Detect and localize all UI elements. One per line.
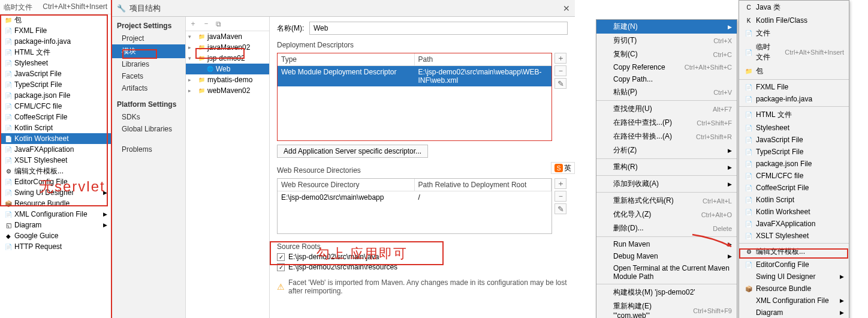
edit-button[interactable]: ✎ [554,78,566,89]
name-input[interactable] [309,22,568,35]
fold-icon[interactable]: ▾ [188,55,191,61]
close-icon[interactable]: ✕ [563,4,570,13]
menu-item[interactable]: 📄JavaScript File [739,134,849,146]
menu-item[interactable]: 📄CFML/CFC file [739,170,849,182]
module-tree-item[interactable]: ▸📁webMaven02 [186,85,269,96]
menu-item[interactable]: 📄Kotlin Script [739,194,849,206]
menu-item[interactable]: 📄Kotlin Worksheet [739,206,849,218]
file-template-item[interactable]: 📄TypeScript File [0,79,111,90]
menu-item[interactable]: 添加到收藏(A)▶ [596,177,737,191]
menu-item[interactable]: ⚙编辑文件模板... [739,245,849,259]
file-template-item[interactable]: ◆Google Guice [0,230,111,241]
menu-item[interactable]: 📁包 [739,64,849,78]
file-template-item[interactable]: ◱Diagram▶ [0,220,111,230]
file-template-item[interactable]: 📄Stylesheet [0,58,111,68]
file-template-item[interactable]: 📄Kotlin Worksheet [0,133,111,144]
menu-item[interactable]: 剪切(T)Ctrl+X [596,34,737,47]
add-button[interactable]: ＋ [554,178,566,189]
menu-item[interactable]: Run Maven▶ [596,238,737,250]
menu-item[interactable]: Diagram▶ [739,307,849,318]
menu-item[interactable]: 新建(N)▶ [596,20,737,34]
file-template-item[interactable]: 📄package-info.java [0,36,111,47]
file-template-item[interactable]: 📄HTML 文件 [0,47,111,58]
menu-item[interactable]: Open Terminal at the Current Maven Modul… [596,262,737,283]
sidebar-item-facets[interactable]: Facets [112,70,185,82]
checkbox-icon[interactable]: ✓ [277,263,285,271]
menu-item[interactable]: 📄XSLT Stylesheet [739,230,849,242]
menu-item[interactable]: 重新构建(E) '"com.web"'Ctrl+Shift+F9 [596,299,737,318]
menu-item[interactable]: 在路径中查找...(P)Ctrl+Shift+F [596,116,737,130]
sidebar-item-project[interactable]: Project [112,32,185,44]
menu-item[interactable]: 查找使用(U)Alt+F7 [596,102,737,116]
module-tree-item[interactable]: ▸📁javaMaven02 [186,42,269,53]
file-template-item[interactable]: 📄XML Configuration File▶ [0,209,111,220]
menu-item[interactable]: 📄TypeScript File [739,146,849,158]
table-row[interactable]: E:\jsp-demo02\src\main\webapp / [278,191,551,203]
menu-item[interactable]: 重新格式化代码(R)Ctrl+Alt+L [596,194,737,208]
menu-item[interactable]: CJava 类 [739,1,849,14]
scratch-file-header[interactable]: 临时文件 Ctrl+Alt+Shift+Insert [0,0,111,14]
remove-button[interactable]: － [554,65,566,76]
package-item[interactable]: 📁 包 [0,14,111,25]
edit-button[interactable]: ✎ [554,203,566,214]
menu-item[interactable]: 分析(Z)▶ [596,143,737,157]
file-template-item[interactable]: 📄FXML File [0,25,111,36]
menu-item[interactable]: 重构(R)▶ [596,160,737,174]
fold-icon[interactable]: ▸ [188,77,191,83]
module-tree-item[interactable]: ▾📁jsp-demo02 [186,53,269,64]
copy-icon[interactable]: ⧉ [216,20,221,28]
sidebar-item-artifacts[interactable]: Artifacts [112,82,185,94]
file-template-item[interactable]: 📄CFML/CFC file [0,101,111,112]
menu-item[interactable]: 构建模块(M) 'jsp-demo02' [596,286,737,299]
remove-icon[interactable]: － [203,19,210,29]
menu-item[interactable]: 删除(D)...Delete [596,221,737,235]
file-template-item[interactable]: 📄XSLT Stylesheet [0,155,111,166]
fold-icon[interactable]: ▸ [188,88,191,94]
menu-item[interactable]: 在路径中替换...(A)Ctrl+Shift+R [596,130,737,143]
remove-button[interactable]: － [554,191,566,202]
module-tree-item[interactable]: ▾📁javaMaven [186,31,269,42]
sidebar-item-libraries[interactable]: Libraries [112,58,185,70]
sidebar-problems[interactable]: Problems [112,143,185,155]
file-template-item[interactable]: 📄CoffeeScript File [0,112,111,122]
menu-item[interactable]: KKotlin File/Class [739,14,849,26]
menu-item[interactable]: XML Configuration File▶ [739,295,849,307]
source-root-item[interactable]: ✓ E:\jsp-demo02\src\main\java [277,253,568,261]
file-template-item[interactable]: 📄Swing UI Designer▶ [0,187,111,198]
sidebar-item-global-libraries[interactable]: Global Libraries [112,123,185,135]
menu-item[interactable]: 📄EditorConfig File [739,259,849,271]
file-template-item[interactable]: 📄EditorConfig File [0,176,111,187]
menu-item[interactable]: Swing UI Designer▶ [739,271,849,283]
menu-item[interactable]: 📄CoffeeScript File [739,182,849,194]
file-template-item[interactable]: 📦Resource Bundle [0,198,111,209]
file-template-item[interactable]: 📄HTTP Request [0,241,111,252]
menu-item[interactable]: 优化导入(Z)Ctrl+Alt+O [596,208,737,221]
menu-item[interactable]: 📄文件 [739,26,849,40]
file-template-item[interactable]: ⚙编辑文件模板... [0,166,111,176]
table-row[interactable]: Web Module Deployment Descriptor E:\jsp-… [278,66,551,86]
fold-icon[interactable]: ▸ [188,44,191,50]
sidebar-item-sdks[interactable]: SDKs [112,111,185,123]
menu-item[interactable]: 📄FXML File [739,81,849,93]
file-template-item[interactable]: 📄JavaScript File [0,68,111,79]
add-button[interactable]: ＋ [554,53,566,64]
source-root-item[interactable]: ✓ E:\jsp-demo02\src\main\resources [277,263,568,271]
menu-item[interactable]: 📄HTML 文件 [739,108,849,122]
menu-item[interactable]: Copy Path... [596,73,737,85]
add-icon[interactable]: ＋ [189,19,197,29]
file-template-item[interactable]: 📄JavaFXApplication [0,144,111,155]
module-tree-item[interactable]: 🌐Web [186,64,269,74]
menu-item[interactable]: 粘贴(P)Ctrl+V [596,85,737,99]
menu-item[interactable]: 📄JavaFXApplication [739,218,849,230]
menu-item[interactable]: 📄临时文件Ctrl+Alt+Shift+Insert [739,40,849,64]
fold-icon[interactable]: ▾ [188,34,191,40]
file-template-item[interactable]: 📄Kotlin Script [0,122,111,133]
sidebar-item-模块[interactable]: 模块 [112,44,185,58]
menu-item[interactable]: 📄package-info.java [739,93,849,105]
menu-item[interactable]: 📄package.json File [739,158,849,170]
menu-item[interactable]: 📦Resource Bundle [739,283,849,295]
file-template-item[interactable]: 📄package.json File [0,90,111,101]
menu-item[interactable]: 复制(C)Ctrl+C [596,47,737,61]
menu-item[interactable]: Debug Maven▶ [596,250,737,262]
menu-item[interactable]: Copy ReferenceCtrl+Alt+Shift+C [596,61,737,73]
